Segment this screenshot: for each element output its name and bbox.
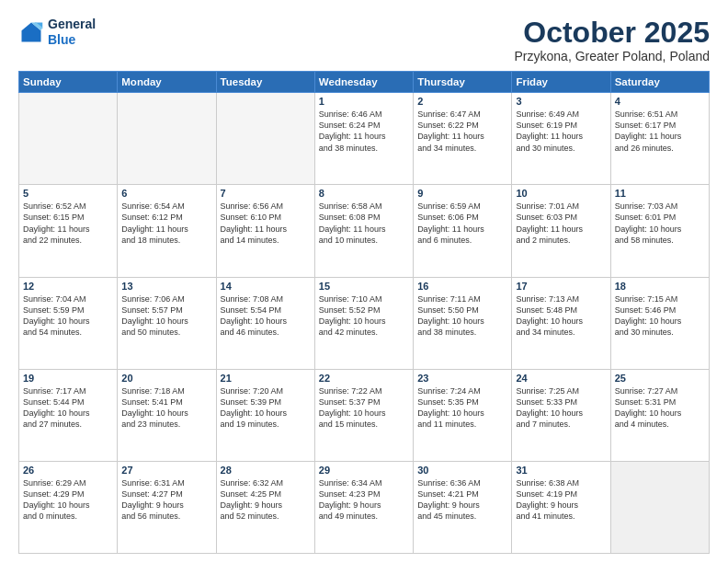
day-info: Sunrise: 7:22 AM Sunset: 5:37 PM Dayligh… [319,385,409,431]
table-row: 29Sunrise: 6:34 AM Sunset: 4:23 PM Dayli… [314,461,413,553]
table-row: 12Sunrise: 7:04 AM Sunset: 5:59 PM Dayli… [19,277,118,369]
col-friday: Friday [512,72,610,93]
day-number: 26 [23,465,113,476]
day-number: 24 [516,373,606,384]
day-info: Sunrise: 6:49 AM Sunset: 6:19 PM Dayligh… [516,109,606,154]
day-number: 22 [319,373,409,384]
calendar-week-row: 12Sunrise: 7:04 AM Sunset: 5:59 PM Dayli… [19,277,710,369]
table-row: 14Sunrise: 7:08 AM Sunset: 5:54 PM Dayli… [216,277,314,369]
day-number: 19 [23,373,113,384]
day-info: Sunrise: 6:56 AM Sunset: 6:10 PM Dayligh… [221,201,311,246]
calendar-header-row: Sunday Monday Tuesday Wednesday Thursday… [19,72,710,93]
day-number: 21 [221,373,311,384]
table-row: 20Sunrise: 7:18 AM Sunset: 5:41 PM Dayli… [118,369,216,461]
day-info: Sunrise: 6:59 AM Sunset: 6:06 PM Dayligh… [417,201,507,246]
day-number: 7 [221,188,311,199]
col-tuesday: Tuesday [216,72,314,93]
calendar-week-row: 19Sunrise: 7:17 AM Sunset: 5:44 PM Dayli… [19,369,710,461]
table-row: 25Sunrise: 7:27 AM Sunset: 5:31 PM Dayli… [610,369,709,461]
day-info: Sunrise: 7:17 AM Sunset: 5:44 PM Dayligh… [23,385,113,431]
day-info: Sunrise: 7:01 AM Sunset: 6:03 PM Dayligh… [516,201,606,246]
day-info: Sunrise: 7:24 AM Sunset: 5:35 PM Dayligh… [417,385,507,431]
day-number: 20 [121,373,211,384]
table-row: 5Sunrise: 6:52 AM Sunset: 6:15 PM Daylig… [19,185,118,277]
table-row: 15Sunrise: 7:10 AM Sunset: 5:52 PM Dayli… [314,277,413,369]
day-number: 31 [516,465,606,476]
day-number: 13 [121,281,211,292]
day-info: Sunrise: 6:38 AM Sunset: 4:19 PM Dayligh… [516,477,606,523]
table-row: 24Sunrise: 7:25 AM Sunset: 5:33 PM Dayli… [512,369,610,461]
day-number: 8 [319,188,409,199]
day-info: Sunrise: 7:04 AM Sunset: 5:59 PM Dayligh… [23,293,113,339]
day-info: Sunrise: 7:27 AM Sunset: 5:31 PM Dayligh… [615,385,705,431]
day-info: Sunrise: 7:25 AM Sunset: 5:33 PM Dayligh… [516,385,606,431]
table-row: 22Sunrise: 7:22 AM Sunset: 5:37 PM Dayli… [314,369,413,461]
page: General Blue October 2025 Przykona, Grea… [0,0,728,563]
table-row: 6Sunrise: 6:54 AM Sunset: 6:12 PM Daylig… [118,185,216,277]
logo-text: General Blue [48,17,96,48]
day-number: 11 [615,188,705,199]
table-row [118,93,216,185]
calendar-table: Sunday Monday Tuesday Wednesday Thursday… [18,71,710,554]
table-row: 28Sunrise: 6:32 AM Sunset: 4:25 PM Dayli… [216,461,314,553]
day-number: 15 [319,281,409,292]
col-monday: Monday [118,72,216,93]
table-row [610,461,709,553]
day-number: 14 [221,281,311,292]
table-row: 27Sunrise: 6:31 AM Sunset: 4:27 PM Dayli… [118,461,216,553]
day-info: Sunrise: 6:36 AM Sunset: 4:21 PM Dayligh… [417,477,507,523]
day-number: 6 [121,188,211,199]
location: Przykona, Greater Poland, Poland [515,49,710,63]
day-number: 12 [23,281,113,292]
col-thursday: Thursday [414,72,512,93]
day-number: 29 [319,465,409,476]
day-info: Sunrise: 7:18 AM Sunset: 5:41 PM Dayligh… [121,385,211,431]
calendar-week-row: 26Sunrise: 6:29 AM Sunset: 4:29 PM Dayli… [19,461,710,553]
day-info: Sunrise: 6:54 AM Sunset: 6:12 PM Dayligh… [121,201,211,246]
table-row: 3Sunrise: 6:49 AM Sunset: 6:19 PM Daylig… [512,93,610,185]
table-row: 30Sunrise: 6:36 AM Sunset: 4:21 PM Dayli… [414,461,512,553]
calendar-week-row: 5Sunrise: 6:52 AM Sunset: 6:15 PM Daylig… [19,185,710,277]
day-info: Sunrise: 7:06 AM Sunset: 5:57 PM Dayligh… [121,293,211,339]
day-number: 30 [417,465,507,476]
day-number: 10 [516,188,606,199]
col-saturday: Saturday [610,72,709,93]
day-info: Sunrise: 7:11 AM Sunset: 5:50 PM Dayligh… [417,293,507,339]
day-info: Sunrise: 6:31 AM Sunset: 4:27 PM Dayligh… [121,477,211,523]
calendar-week-row: 1Sunrise: 6:46 AM Sunset: 6:24 PM Daylig… [19,93,710,185]
day-info: Sunrise: 6:47 AM Sunset: 6:22 PM Dayligh… [417,109,507,154]
title-block: October 2025 Przykona, Greater Poland, P… [515,17,710,63]
table-row: 10Sunrise: 7:01 AM Sunset: 6:03 PM Dayli… [512,185,610,277]
day-number: 28 [221,465,311,476]
day-info: Sunrise: 7:08 AM Sunset: 5:54 PM Dayligh… [221,293,311,339]
day-number: 27 [121,465,211,476]
day-number: 5 [23,188,113,199]
day-info: Sunrise: 6:52 AM Sunset: 6:15 PM Dayligh… [23,201,113,246]
day-number: 25 [615,373,705,384]
day-info: Sunrise: 7:13 AM Sunset: 5:48 PM Dayligh… [516,293,606,339]
day-info: Sunrise: 7:03 AM Sunset: 6:01 PM Dayligh… [615,201,705,246]
table-row: 16Sunrise: 7:11 AM Sunset: 5:50 PM Dayli… [414,277,512,369]
table-row: 8Sunrise: 6:58 AM Sunset: 6:08 PM Daylig… [314,185,413,277]
day-number: 17 [516,281,606,292]
day-info: Sunrise: 7:15 AM Sunset: 5:46 PM Dayligh… [615,293,705,339]
day-info: Sunrise: 6:34 AM Sunset: 4:23 PM Dayligh… [319,477,409,523]
table-row: 9Sunrise: 6:59 AM Sunset: 6:06 PM Daylig… [414,185,512,277]
day-info: Sunrise: 6:58 AM Sunset: 6:08 PM Dayligh… [319,201,409,246]
logo: General Blue [18,17,96,48]
day-info: Sunrise: 6:51 AM Sunset: 6:17 PM Dayligh… [615,109,705,154]
table-row: 19Sunrise: 7:17 AM Sunset: 5:44 PM Dayli… [19,369,118,461]
day-info: Sunrise: 6:32 AM Sunset: 4:25 PM Dayligh… [221,477,311,523]
table-row: 4Sunrise: 6:51 AM Sunset: 6:17 PM Daylig… [610,93,709,185]
table-row: 26Sunrise: 6:29 AM Sunset: 4:29 PM Dayli… [19,461,118,553]
table-row: 2Sunrise: 6:47 AM Sunset: 6:22 PM Daylig… [414,93,512,185]
col-wednesday: Wednesday [314,72,413,93]
table-row: 17Sunrise: 7:13 AM Sunset: 5:48 PM Dayli… [512,277,610,369]
table-row: 23Sunrise: 7:24 AM Sunset: 5:35 PM Dayli… [414,369,512,461]
table-row: 7Sunrise: 6:56 AM Sunset: 6:10 PM Daylig… [216,185,314,277]
table-row [216,93,314,185]
month-year: October 2025 [515,17,710,49]
day-number: 2 [417,96,507,107]
table-row [19,93,118,185]
day-number: 4 [615,96,705,107]
